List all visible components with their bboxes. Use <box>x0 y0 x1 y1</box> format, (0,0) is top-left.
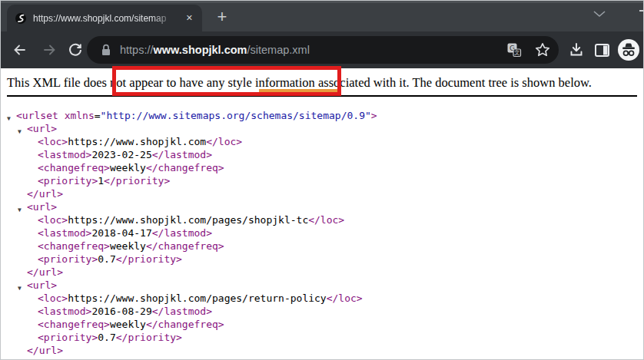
xml-token-tag: </priority> <box>116 253 182 265</box>
xml-token-tag: <changefreq> <box>38 319 110 330</box>
xml-line: ▼<urlset xmlns="http://www.sitemaps.org/… <box>1 109 643 122</box>
lock-icon[interactable] <box>98 42 114 58</box>
bookmark-star-icon[interactable] <box>534 41 551 61</box>
xml-line: <priority>0.7</priority> <box>1 253 643 266</box>
xml-line: <lastmod>2023-02-25</lastmod> <box>1 148 643 161</box>
xml-token-plain: weekly <box>110 319 146 330</box>
favicon-globe-icon <box>15 12 27 25</box>
xml-token-tag: </lastmod> <box>152 306 212 317</box>
browser-toolbar: https://www.shopjkl.com/sitemap.xml G 文 <box>1 31 643 68</box>
xml-line: ▼<url> <box>1 357 643 360</box>
forward-button[interactable] <box>41 41 58 58</box>
xml-token-tag: <url> <box>27 201 57 213</box>
xml-token-plain: 0.7 <box>98 332 115 343</box>
xml-document-tree: ▼<urlset xmlns="http://www.sitemaps.org/… <box>1 109 643 360</box>
xml-token-plain: weekly <box>110 162 146 173</box>
xml-token-tag: <priority> <box>38 175 98 187</box>
xml-line: <changefreq>weekly</changefreq> <box>1 239 643 253</box>
xml-line: <loc>https://www.shopjkl.com/pages/shopj… <box>1 213 643 226</box>
xml-line: ▼<url> <box>1 279 643 292</box>
tab-strip: https://www.shopjkl.com/sitemap ✕ + <box>1 1 643 31</box>
xml-line: </url> <box>1 187 643 200</box>
xml-token-tag: <loc> <box>38 214 68 226</box>
xml-token-tag: <url> <box>27 123 57 134</box>
xml-token-tag: <loc> <box>38 292 68 304</box>
xml-token-tag: <lastmod> <box>38 227 91 239</box>
xml-token-plain: 1 <box>98 175 104 187</box>
xml-token-tag: </changefreq> <box>146 240 224 252</box>
xml-token-tag: <lastmod> <box>38 149 91 160</box>
xml-token-tag: > <box>371 110 377 121</box>
incognito-avatar[interactable] <box>617 38 640 64</box>
url-scheme: https:// <box>120 44 154 56</box>
xml-token-tag: <loc> <box>38 136 68 147</box>
page-content: This XML file does not appear to have an… <box>1 68 643 359</box>
xml-token-tag: </url> <box>27 188 63 200</box>
xml-token-plain: 0.7 <box>98 253 115 265</box>
xml-token-tag: </url> <box>27 345 63 356</box>
side-panel-icon[interactable] <box>594 42 610 61</box>
xml-token-tag: </changefreq> <box>146 162 224 173</box>
url-domain: www.shopjkl.com <box>154 44 247 56</box>
xml-line: ▼<url> <box>1 122 643 135</box>
xml-line: </url> <box>1 344 643 357</box>
xml-token-tag: </priority> <box>104 175 170 187</box>
tab-search-chevron-icon[interactable] <box>593 7 606 21</box>
tab-title: https://www.shopjkl.com/sitemap <box>33 13 178 24</box>
xml-token-plain: https://www.shopjkl.com <box>68 136 206 147</box>
xml-token-tag: <lastmod> <box>38 306 91 317</box>
xml-token-val: "http://www.sitemaps.org/schemas/sitemap… <box>101 110 371 121</box>
browser-tab[interactable]: https://www.shopjkl.com/sitemap ✕ <box>7 5 202 31</box>
xml-token-plain: = <box>95 110 101 121</box>
window-top-edge <box>1 1 643 3</box>
xml-token-plain: 2018-04-17 <box>91 227 151 239</box>
address-bar[interactable]: https://www.shopjkl.com/sitemap.xml G 文 <box>87 36 559 64</box>
xml-token-tag: <priority> <box>38 253 98 265</box>
xml-token-tag: </lastmod> <box>152 149 212 160</box>
translate-icon[interactable]: G 文 <box>506 42 522 61</box>
xml-token-plain: 2016-08-29 <box>91 306 151 317</box>
xml-token-plain: https://www.shopjkl.com/pages/return-pol… <box>68 292 327 304</box>
xml-token-tag: </loc> <box>206 136 242 147</box>
xml-token-tag: </loc> <box>327 292 363 304</box>
xml-token-tag: </lastmod> <box>152 227 212 239</box>
xml-line: <lastmod>2018-04-17</lastmod> <box>1 226 643 239</box>
back-button[interactable] <box>11 41 28 58</box>
reload-button[interactable] <box>67 41 84 58</box>
new-tab-button[interactable]: + <box>211 7 233 28</box>
tab-close-icon[interactable]: ✕ <box>184 12 194 24</box>
annotation-highlight-box <box>112 66 341 96</box>
xml-line: ▼<url> <box>1 200 643 213</box>
xml-token-tag: </url> <box>27 266 63 278</box>
xml-token-tag: </priority> <box>116 332 182 343</box>
xml-token-plain: 2023-02-25 <box>91 149 151 160</box>
url-text: https://www.shopjkl.com/sitemap.xml <box>120 36 310 64</box>
xml-token-plain: https://www.shopjkl.com/pages/shopjkl-tc <box>68 214 308 226</box>
xml-token-attr: xmlns <box>65 110 95 121</box>
xml-line: <priority>1</priority> <box>1 174 643 187</box>
svg-text:文: 文 <box>514 49 520 56</box>
xml-line: <changefreq>weekly</changefreq> <box>1 318 643 331</box>
xml-line: <changefreq>weekly</changefreq> <box>1 161 643 174</box>
xml-line: <loc>https://www.shopjkl.com</loc> <box>1 135 643 148</box>
url-path: /sitemap.xml <box>247 44 309 56</box>
minimize-icon[interactable] <box>639 10 644 12</box>
xml-line: <loc>https://www.shopjkl.com/pages/retur… <box>1 292 643 305</box>
xml-token-tag: <urlset <box>16 110 65 121</box>
xml-token-tag: <changefreq> <box>38 162 110 173</box>
xml-token-tag: <url> <box>27 279 57 291</box>
browser-window: https://www.shopjkl.com/sitemap ✕ + <box>0 0 644 360</box>
xml-line: <lastmod>2016-08-29</lastmod> <box>1 305 643 318</box>
xml-token-tag: </changefreq> <box>146 319 224 330</box>
xml-token-plain: weekly <box>110 240 146 252</box>
download-icon[interactable] <box>568 41 585 61</box>
xml-token-tag: </loc> <box>308 214 344 226</box>
xml-token-tag: <changefreq> <box>38 240 110 252</box>
xml-token-tag: <priority> <box>38 332 98 343</box>
xml-line: <priority>0.7</priority> <box>1 331 643 344</box>
xml-line: </url> <box>1 266 643 279</box>
